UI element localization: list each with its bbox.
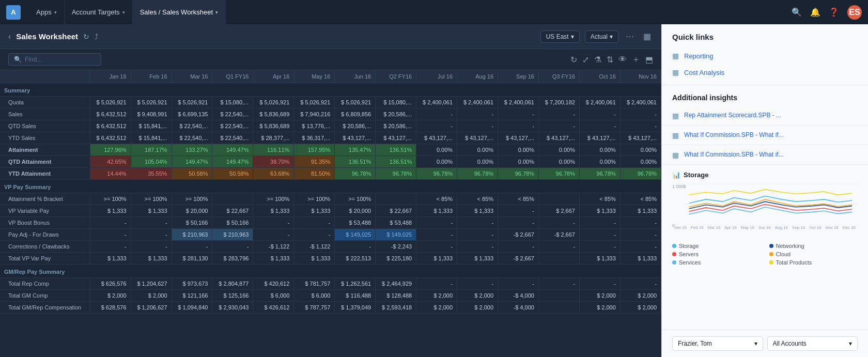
- col-header-jan16: Jan 16: [90, 70, 131, 83]
- eye-icon[interactable]: 👁: [618, 55, 627, 64]
- insight-icon-3: ▦: [672, 151, 679, 159]
- chart-y-zero: 0: [672, 223, 675, 228]
- col-header-nov16: Nov 16: [620, 70, 661, 83]
- chevron-down-icon: ▾: [122, 10, 125, 15]
- legend-dot-storage: [672, 244, 676, 248]
- legend-cloud: Cloud: [769, 251, 858, 257]
- quick-link-reporting[interactable]: ▦ Reporting: [662, 48, 868, 64]
- legend-dot-cloud: [769, 252, 773, 256]
- add-icon[interactable]: ＋: [632, 54, 640, 65]
- table-wrapper[interactable]: Jan 16 Feb 16 Mar 16 Q1 FY16 Apr 16 May …: [0, 70, 661, 357]
- search-icon: 🔍: [14, 56, 22, 63]
- col-header-sep16: Sep 16: [498, 70, 539, 83]
- col-header-q1fy16: Q1 FY16: [212, 70, 253, 83]
- table-header-row: Jan 16 Feb 16 Mar 16 Q1 FY16 Apr 16 May …: [0, 70, 661, 83]
- filter-icon[interactable]: ⚗: [594, 55, 601, 65]
- user-avatar[interactable]: ES: [847, 5, 862, 20]
- col-header-jun16: Jun 16: [335, 70, 376, 83]
- mode-selector[interactable]: Actual ▾: [585, 30, 618, 43]
- col-header-q3fy16: Q3 FY16: [538, 70, 579, 83]
- table-row: QTD Sales $ 6,432,512$ 15,841,...$ 22,54…: [0, 120, 661, 132]
- legend-dot-servers: [672, 252, 676, 256]
- col-header-jul16: Jul 16: [416, 70, 457, 83]
- legend-networking: Networking: [769, 243, 858, 249]
- nav-item-account-targets[interactable]: Account Targets ▾: [65, 0, 133, 24]
- row-label: Pay Adj - For Draws: [0, 229, 90, 241]
- table-row: VP Variable Pay $ 1,333$ 1,333$ 20,000$ …: [0, 205, 661, 217]
- insights-title: Additional insights: [662, 89, 868, 106]
- row-label: Quota: [0, 97, 90, 108]
- region-selector[interactable]: US East ▾: [540, 30, 580, 43]
- chevron-down-icon: ▾: [754, 340, 757, 347]
- col-header-oct16: Oct 16: [579, 70, 620, 83]
- export-icon[interactable]: ⬒: [645, 55, 653, 65]
- back-button[interactable]: ‹: [8, 32, 11, 41]
- data-table: Jan 16 Feb 16 Mar 16 Q1 FY16 Apr 16 May …: [0, 70, 661, 314]
- divider: [662, 85, 868, 85]
- section-label: GM/Rep Pay Summary: [0, 265, 661, 278]
- refresh-toolbar-icon[interactable]: ↻: [570, 55, 577, 65]
- chevron-down-icon: ▾: [571, 33, 574, 40]
- section-label: VP Pay Summary: [0, 180, 661, 193]
- table-row-pay-adj: Pay Adj - For Draws --$ 210,963$ 210,963…: [0, 229, 661, 241]
- section-header-gm-rep: GM/Rep Pay Summary: [0, 265, 661, 278]
- legend-storage: Storage: [672, 243, 761, 249]
- header-right-controls: US East ▾ Actual ▾ ⋯ ▦: [540, 29, 653, 43]
- chevron-down-icon: ▾: [215, 10, 218, 15]
- legend-dot-services: [672, 260, 676, 265]
- expand-icon[interactable]: ⤢: [582, 55, 589, 65]
- storage-chart: [672, 184, 858, 225]
- insight-item-1[interactable]: ▦ Rep Attainment Scorecard.SPB - ...: [662, 106, 868, 126]
- col-header-apr16: Apr 16: [253, 70, 294, 83]
- nav-item-sales-worksheet[interactable]: Sales / Sales Worksheet ▾: [133, 0, 226, 24]
- layout-icon[interactable]: ▦: [641, 29, 653, 43]
- legend-total-products: Total Products: [769, 259, 858, 266]
- notification-icon[interactable]: 🔔: [810, 7, 820, 17]
- row-label: Total GM Comp: [0, 290, 90, 302]
- search-box[interactable]: 🔍: [8, 53, 101, 66]
- share-icon[interactable]: ⤴: [95, 33, 98, 41]
- person-selector[interactable]: Frazier, Tom ▾: [672, 336, 763, 351]
- sort-icon[interactable]: ⇅: [607, 55, 613, 65]
- more-options-icon[interactable]: ⋯: [624, 29, 636, 43]
- insight-item-3[interactable]: ▦ What If Commission.SPB - What if...: [662, 145, 868, 165]
- storage-title: 📊 Storage: [672, 171, 858, 179]
- row-label: QTD Attainment: [0, 156, 90, 168]
- insight-item-2[interactable]: ▦ What If Commission.SPB - What if...: [662, 126, 868, 145]
- insight-icon-2: ▦: [672, 131, 679, 139]
- accounts-selector[interactable]: All Accounts ▾: [767, 336, 858, 351]
- row-label: Attainment % Bracket: [0, 193, 90, 205]
- nav-item-apps[interactable]: Apps ▾: [29, 0, 65, 24]
- table-row: Total VP Var Pay $ 1,333$ 1,333$ 281,130…: [0, 253, 661, 265]
- left-content: ‹ Sales Worksheet ↻ ⤴ US East ▾ Actual ▾…: [0, 24, 661, 357]
- table-row-attainment: Attainment 127.96%187.17%133.27%149.47% …: [0, 144, 661, 156]
- quick-link-cost-analysis[interactable]: ▦ Cost Analysis: [662, 64, 868, 81]
- panel-title: Quick links: [662, 24, 868, 48]
- table-row: Sales $ 6,432,512$ 9,408,991$ 6,699,135$…: [0, 108, 661, 120]
- chart-legend: Storage Networking Servers Cloud Service…: [672, 240, 858, 269]
- help-icon[interactable]: ❓: [829, 7, 839, 17]
- refresh-icon[interactable]: ↻: [83, 33, 89, 41]
- cost-analysis-icon: ▦: [672, 68, 679, 76]
- table-row: YTD Sales $ 6,432,512$ 15,841,...$ 22,54…: [0, 132, 661, 144]
- row-label: Corrections / Clawbacks: [0, 241, 90, 253]
- legend-servers: Servers: [672, 251, 761, 257]
- worksheet-header: ‹ Sales Worksheet ↻ ⤴ US East ▾ Actual ▾…: [0, 24, 661, 49]
- row-label: VP Variable Pay: [0, 205, 90, 217]
- table-row: Quota $ 5,026,921$ 5,026,921$ 5,026,921$…: [0, 97, 661, 108]
- table-row-ytd-attainment: YTD Attainment 14.44%35.55%50.58%50.58% …: [0, 168, 661, 180]
- legend-dot-total-products: [769, 260, 773, 265]
- row-label: Total VP Var Pay: [0, 253, 90, 265]
- toolbar-right: ↻ ⤢ ⚗ ⇅ 👁 ＋ ⬒: [570, 54, 653, 65]
- chart-area: 1 000k 0: [672, 184, 858, 236]
- row-label: Sales: [0, 108, 90, 120]
- search-icon[interactable]: 🔍: [792, 7, 802, 17]
- app-logo[interactable]: A: [6, 5, 21, 20]
- search-input[interactable]: [25, 56, 97, 63]
- table-row-qtd-attainment: QTD Attainment 42.65%105.04%149.47%149.4…: [0, 156, 661, 168]
- section-label: Summary: [0, 83, 661, 97]
- chart-icon: 📊: [672, 171, 680, 179]
- col-header-label: [0, 70, 90, 83]
- reporting-icon: ▦: [672, 52, 679, 60]
- col-header-aug16: Aug 16: [457, 70, 498, 83]
